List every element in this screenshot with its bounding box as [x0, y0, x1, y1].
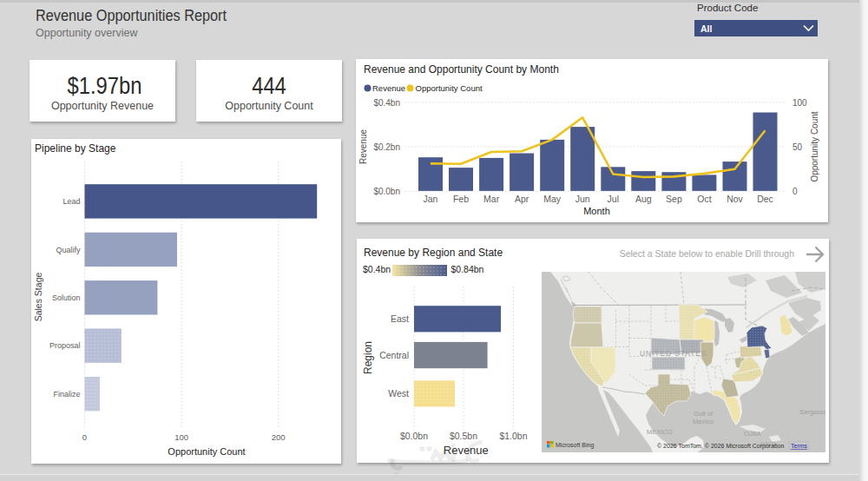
svg-text:Qualify: Qualify [56, 246, 81, 254]
svg-text:Jan: Jan [424, 194, 438, 204]
svg-text:Proposal: Proposal [49, 341, 81, 350]
svg-text:Central: Central [379, 350, 409, 360]
svg-text:Revenue: Revenue [372, 83, 405, 93]
svg-text:Mexico: Mexico [693, 418, 713, 425]
svg-text:MEXICO: MEXICO [647, 428, 673, 436]
svg-text:Opportunity Count: Opportunity Count [168, 446, 245, 457]
svg-text:East: East [391, 313, 409, 324]
svg-text:$0.2bn: $0.2bn [373, 142, 400, 152]
svg-text:Opportunity Count: Opportunity Count [416, 83, 483, 93]
svg-text:$0.0bn: $0.0bn [373, 187, 400, 196]
svg-text:50: 50 [792, 142, 803, 152]
svg-text:Terms: Terms [791, 443, 808, 449]
svg-text:Nov: Nov [727, 194, 743, 204]
svg-text:May: May [543, 194, 562, 204]
svg-text:Sep: Sep [666, 194, 682, 204]
svg-text:$0.4bn: $0.4bn [363, 264, 391, 274]
svg-text:Apr: Apr [515, 194, 529, 204]
svg-text:0: 0 [82, 432, 87, 442]
svg-text:$0.4bn: $0.4bn [373, 98, 400, 108]
svg-text:CUBA: CUBA [744, 431, 761, 437]
svg-text:Feb: Feb [453, 194, 469, 204]
svg-text:West: West [388, 388, 409, 399]
svg-text:100: 100 [174, 432, 188, 442]
svg-text:Jun: Jun [575, 194, 590, 204]
svg-text:Solution: Solution [52, 293, 81, 302]
svg-text:200: 200 [272, 432, 286, 442]
svg-text:Mar: Mar [483, 194, 500, 204]
svg-text:Dec: Dec [757, 194, 773, 204]
svg-text:Sargasso S: Sargasso S [799, 408, 825, 416]
svg-text:$0.84bn: $0.84bn [451, 264, 484, 274]
svg-text:Aug: Aug [635, 194, 652, 204]
svg-text:Region: Region [362, 341, 374, 374]
svg-text:Microsoft Bing: Microsoft Bing [556, 442, 594, 449]
svg-text:Revenue: Revenue [358, 129, 368, 164]
svg-text:Sales Stage: Sales Stage [33, 273, 43, 322]
svg-text:Lead: Lead [62, 197, 80, 206]
svg-text:$1.0bn: $1.0bn [499, 431, 527, 441]
svg-text:Gulf of: Gulf of [694, 410, 713, 418]
svg-text:UNITED STATES: UNITED STATES [640, 349, 707, 358]
svg-text:Opportunity Count: Opportunity Count [810, 111, 819, 181]
svg-text:Jul: Jul [608, 194, 619, 204]
svg-text:0: 0 [792, 187, 798, 196]
svg-text:Month: Month [583, 206, 610, 216]
svg-text:Finalize: Finalize [53, 390, 80, 399]
svg-text:© 2026 TomTom, © 2026 Microsof: © 2026 TomTom, © 2026 Microsoft Corporat… [657, 443, 784, 450]
svg-text:Oct: Oct [697, 194, 711, 204]
svg-text:100: 100 [792, 98, 807, 108]
